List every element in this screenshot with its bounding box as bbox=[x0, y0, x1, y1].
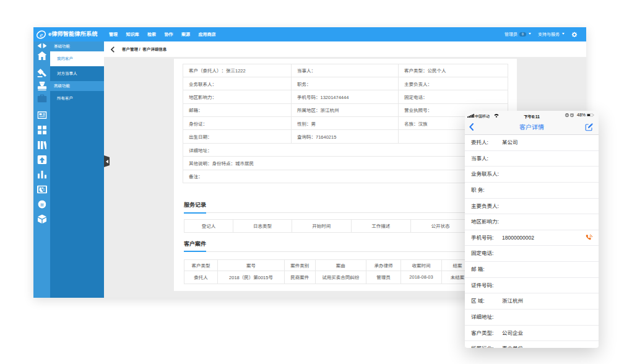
svg-text:服: 服 bbox=[40, 203, 44, 207]
